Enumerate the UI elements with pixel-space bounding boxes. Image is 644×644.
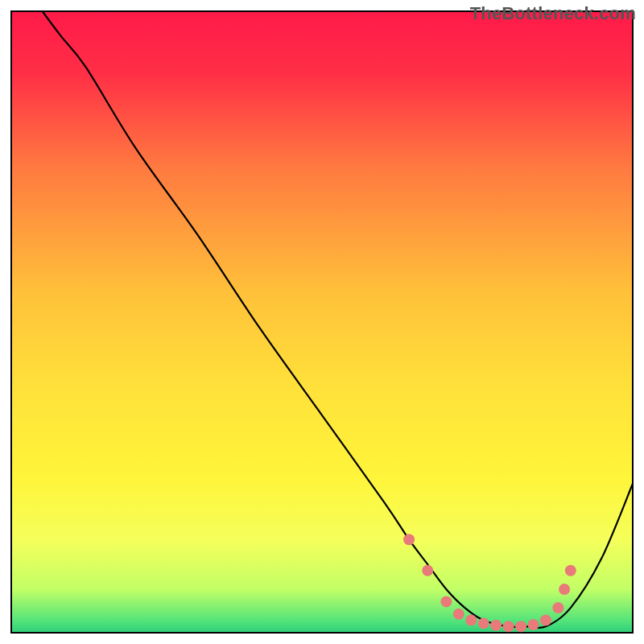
marker-dot xyxy=(422,565,433,576)
watermark-text: TheBottleneck.com xyxy=(470,3,636,24)
marker-dot xyxy=(559,584,570,595)
marker-dot xyxy=(527,619,539,630)
marker-dot xyxy=(565,565,576,576)
marker-dot xyxy=(515,621,526,632)
marker-dot xyxy=(540,615,551,626)
marker-dot xyxy=(490,620,502,631)
marker-dot xyxy=(503,621,514,632)
chart-container: TheBottleneck.com xyxy=(0,0,644,644)
marker-dot xyxy=(403,534,415,545)
marker-dot xyxy=(453,609,464,620)
marker-dot xyxy=(465,615,477,626)
bottleneck-chart xyxy=(0,0,644,644)
marker-dot xyxy=(552,602,564,613)
marker-dot xyxy=(440,596,452,607)
marker-dot xyxy=(478,617,489,629)
gradient-background xyxy=(11,11,633,633)
